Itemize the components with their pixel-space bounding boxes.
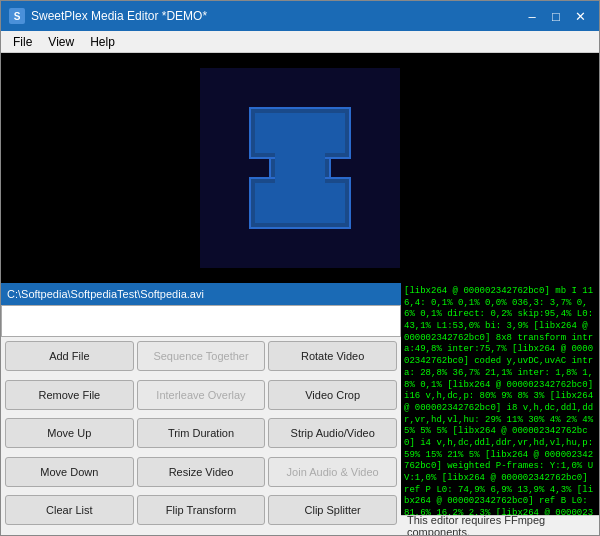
right-panel: [libx264 @ 000002342762bc0] mb I 116,4: … [401,283,599,535]
window-title: SweetPlex Media Editor *DEMO* [31,9,521,23]
menubar: File View Help [1,31,599,53]
move-down-button[interactable]: Move Down [5,457,134,487]
clip-splitter-button[interactable]: Clip Splitter [268,495,397,525]
log-output: [libx264 @ 000002342762bc0] mb I 116,4: … [401,283,599,515]
app-icon: S [9,8,25,24]
close-button[interactable]: ✕ [569,6,591,26]
join-audio-video-button: Join Audio & Video [268,457,397,487]
video-preview [1,53,599,283]
sequence-together-button: Sequence Together [137,341,266,371]
main-window: S SweetPlex Media Editor *DEMO* – □ ✕ Fi… [0,0,600,536]
minimize-button[interactable]: – [521,6,543,26]
strip-audio-video-button[interactable]: Strip Audio/Video [268,418,397,448]
window-controls: – □ ✕ [521,6,591,26]
file-path-text: C:\Softpedia\SoftpediaTest\Softpedia.avi [7,288,204,300]
file-list[interactable] [1,305,401,337]
rotate-video-button[interactable]: Rotate Video [268,341,397,371]
video-crop-button[interactable]: Video Crop [268,380,397,410]
preview-logo [200,68,400,268]
remove-file-button[interactable]: Remove File [5,380,134,410]
menu-file[interactable]: File [5,33,40,51]
status-text: This editor requires FFmpeg components. [407,514,593,536]
titlebar: S SweetPlex Media Editor *DEMO* – □ ✕ [1,1,599,31]
move-up-button[interactable]: Move Up [5,418,134,448]
left-panel: C:\Softpedia\SoftpediaTest\Softpedia.avi… [1,283,401,535]
menu-help[interactable]: Help [82,33,123,51]
maximize-button[interactable]: □ [545,6,567,26]
menu-view[interactable]: View [40,33,82,51]
interleave-overlay-button: Interleave Overlay [137,380,266,410]
add-file-button[interactable]: Add File [5,341,134,371]
clear-list-button[interactable]: Clear List [5,495,134,525]
buttons-grid: Add File Sequence Together Rotate Video … [1,337,401,535]
status-bar: This editor requires FFmpeg components. [401,515,599,535]
flip-transform-button[interactable]: Flip Transform [137,495,266,525]
trim-duration-button[interactable]: Trim Duration [137,418,266,448]
resize-video-button[interactable]: Resize Video [137,457,266,487]
file-path-bar: C:\Softpedia\SoftpediaTest\Softpedia.avi [1,283,401,305]
bottom-section: C:\Softpedia\SoftpediaTest\Softpedia.avi… [1,283,599,535]
